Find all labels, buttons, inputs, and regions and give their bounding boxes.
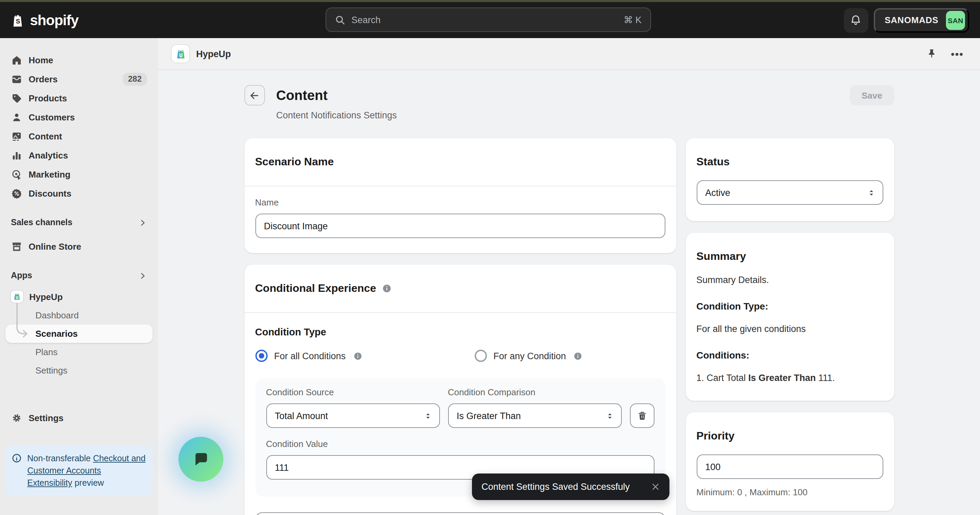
hypeup-app-icon	[11, 290, 23, 303]
search-icon	[335, 14, 345, 25]
toast-close-button[interactable]	[651, 482, 660, 491]
sidebar-item-content[interactable]: Content	[5, 127, 153, 146]
search-placeholder: Search	[352, 14, 617, 25]
storefront-icon	[11, 241, 22, 252]
sidebar-item-customers[interactable]: Customers	[5, 108, 153, 127]
sales-channels-header[interactable]: Sales channels	[5, 214, 153, 231]
priority-title: Priority	[696, 429, 883, 444]
sidebar-item-hypeup-app[interactable]: HypeUp	[5, 287, 153, 306]
person-icon	[11, 111, 22, 123]
add-condition-button[interactable]: Add	[255, 512, 665, 515]
store-account-button[interactable]: SANOMADS SAN	[874, 8, 969, 32]
sidebar-item-orders[interactable]: Orders 282	[5, 70, 153, 89]
page-subtitle: Content Notifications Settings	[276, 110, 397, 120]
updown-caret-icon	[423, 411, 432, 420]
delete-condition-button[interactable]	[630, 403, 654, 428]
notice-text: Non-transferable Checkout and Customer A…	[27, 452, 146, 489]
priority-input[interactable]	[696, 455, 883, 479]
radio-for-all-conditions[interactable]: For all Conditions	[255, 350, 474, 362]
pin-app-button[interactable]	[926, 48, 937, 59]
sidebar-item-home[interactable]: Home	[5, 50, 153, 70]
svg-text:S: S	[16, 17, 20, 24]
summary-conditions-label: Conditions:	[696, 349, 883, 361]
scenario-name-card: Scenario Name Name	[244, 138, 676, 253]
notifications-button[interactable]	[844, 8, 868, 32]
arrow-left-icon	[248, 89, 260, 101]
status-select[interactable]: Active	[696, 180, 883, 205]
target-cursor-icon	[11, 168, 22, 180]
store-avatar: SAN	[946, 11, 965, 30]
status-title: Status	[696, 154, 883, 170]
sidebar-item-label: Analytics	[29, 150, 68, 160]
toast-notification: Content Settings Saved Successfuly	[472, 474, 670, 500]
support-chat-button[interactable]	[178, 437, 223, 482]
sidebar-subitem-scenarios[interactable]: Scenarios	[5, 325, 153, 343]
store-name: SANOMADS	[885, 15, 939, 25]
sidebar-item-label: Orders	[29, 74, 57, 84]
home-icon	[11, 54, 22, 66]
scenario-name-input[interactable]	[255, 214, 665, 238]
search-shortcut-hint: ⌘ K	[624, 14, 641, 25]
tag-icon	[11, 92, 22, 104]
ellipsis-icon: •••	[951, 48, 964, 60]
sidebar-item-analytics[interactable]: Analytics	[5, 146, 153, 165]
shopify-logo[interactable]: S shopify	[11, 12, 78, 28]
sidebar-item-label: Settings	[29, 413, 64, 423]
extensibility-preview-notice: Non-transferable Checkout and Customer A…	[5, 445, 153, 496]
radio-unselected-icon	[474, 350, 487, 362]
sidebar-item-settings[interactable]: Settings	[5, 408, 153, 427]
sidebar-item-marketing[interactable]: Marketing	[5, 165, 153, 184]
radio-for-any-condition[interactable]: For any Condition	[474, 350, 583, 362]
condition-comparison-select[interactable]: Is Greater Than	[448, 403, 621, 428]
page-content: Content Content Notifications Settings S…	[158, 70, 980, 515]
bar-chart-icon	[11, 149, 22, 161]
sidebar-item-online-store[interactable]: Online Store	[5, 237, 153, 256]
summary-condition-type-label: Condition Type:	[696, 300, 883, 312]
gear-icon	[11, 412, 22, 423]
shopify-bag-icon: S	[11, 12, 25, 28]
summary-card: Summary Summary Details. Condition Type:…	[686, 233, 894, 401]
priority-card: Priority Minimum: 0 , Maximum: 100	[686, 412, 894, 511]
sidebar-item-label: HypeUp	[29, 292, 63, 302]
apps-header[interactable]: Apps	[5, 267, 153, 284]
info-icon[interactable]	[573, 351, 583, 361]
hypeup-app-icon	[172, 45, 189, 63]
sidebar: Home Orders 282 Products Customers Conte…	[0, 38, 158, 515]
summary-condition-type-value: For all the given conditions	[696, 323, 883, 335]
main-area: HypeUp •••	[158, 38, 980, 515]
sidebar-item-label: Home	[29, 55, 53, 65]
condition-comparison-label: Condition Comparison	[448, 387, 621, 398]
info-icon[interactable]	[352, 351, 363, 361]
discount-badge-icon	[11, 187, 22, 199]
chat-bubble-icon	[192, 450, 210, 468]
conditional-experience-title: Conditional Experience	[255, 281, 376, 296]
back-button[interactable]	[244, 85, 264, 105]
radio-selected-icon	[255, 350, 267, 362]
condition-source-select[interactable]: Total Amount	[266, 403, 440, 428]
sidebar-subitem-dashboard[interactable]: Dashboard	[5, 306, 153, 325]
sidebar-item-label: Marketing	[29, 169, 70, 179]
save-button[interactable]: Save	[850, 85, 894, 105]
toast-message: Content Settings Saved Successfuly	[482, 482, 643, 492]
sidebar-subitem-settings[interactable]: Settings	[5, 361, 153, 380]
scenario-name-title: Scenario Name	[255, 154, 334, 170]
app-header-bar: HypeUp •••	[158, 38, 980, 70]
sidebar-item-label: Products	[29, 93, 67, 103]
sidebar-item-label: Content	[29, 131, 62, 141]
updown-caret-icon	[605, 411, 614, 420]
global-search-input[interactable]: Search ⌘ K	[326, 8, 651, 32]
info-icon[interactable]	[382, 283, 393, 294]
summary-condition-item: 1. Cart Total Is Greater Than 111.	[696, 372, 883, 384]
page-title: Content	[276, 85, 397, 105]
pin-icon	[926, 48, 937, 59]
sidebar-item-products[interactable]: Products	[5, 89, 153, 108]
info-icon	[11, 453, 22, 489]
sidebar-item-discounts[interactable]: Discounts	[5, 184, 153, 203]
sidebar-subitem-plans[interactable]: Plans	[5, 343, 153, 361]
priority-helper-text: Minimum: 0 , Maximum: 100	[696, 487, 883, 497]
status-card: Status Active	[686, 138, 894, 221]
more-options-button[interactable]: •••	[951, 48, 964, 60]
image-icon	[11, 130, 22, 142]
trash-icon	[636, 410, 648, 421]
topbar: S shopify Search ⌘ K SANOMADS SAN	[0, 2, 980, 38]
